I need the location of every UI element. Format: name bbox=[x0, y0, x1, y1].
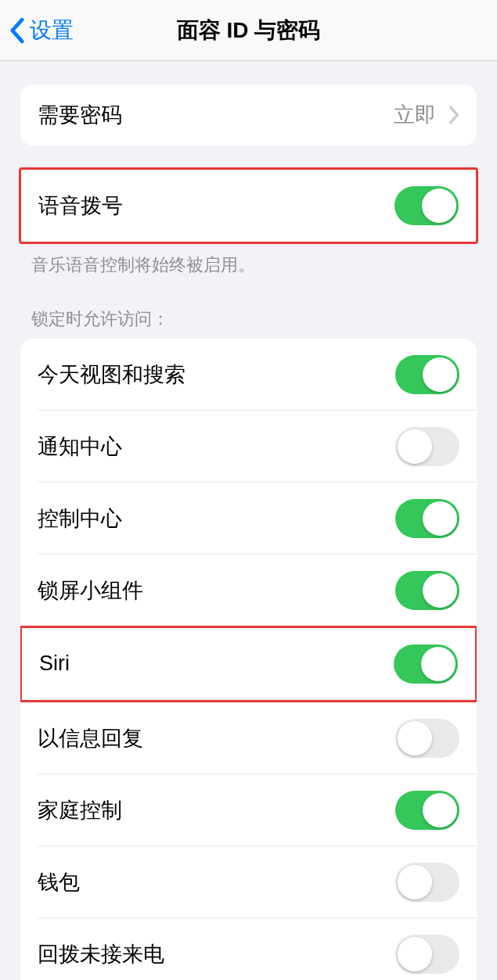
group-voice-dial: 语音拨号 bbox=[19, 167, 478, 244]
row-locked-access-item: 以信息回复 bbox=[20, 702, 477, 774]
toggle-knob bbox=[422, 188, 456, 223]
section-voice-dial: 语音拨号 音乐语音控制将始终被启用。 bbox=[0, 167, 497, 278]
content: 需要密码 立即 语音拨号 音乐语音控制将始终被启用。 锁定时允许访问： 今天 bbox=[0, 84, 497, 980]
require-passcode-label: 需要密码 bbox=[38, 101, 122, 129]
group-locked-access: 今天视图和搜索通知中心控制中心锁屏小组件Siri以信息回复家庭控制钱包回拨未接来… bbox=[20, 339, 477, 980]
voice-dial-footer: 音乐语音控制将始终被启用。 bbox=[0, 244, 497, 278]
locked-access-item-toggle[interactable] bbox=[395, 791, 459, 830]
section-locked-access: 锁定时允许访问： 今天视图和搜索通知中心控制中心锁屏小组件Siri以信息回复家庭… bbox=[0, 307, 497, 980]
locked-access-item-label: 钱包 bbox=[38, 868, 80, 896]
row-locked-access-item: Siri bbox=[20, 626, 477, 702]
voice-dial-label: 语音拨号 bbox=[38, 192, 123, 220]
toggle-knob bbox=[423, 357, 457, 392]
row-locked-access-item: 回拨未接来电 bbox=[20, 918, 477, 980]
locked-access-item-toggle[interactable] bbox=[394, 644, 458, 684]
locked-access-item-label: 回拨未接来电 bbox=[38, 940, 164, 968]
locked-access-item-label: 控制中心 bbox=[38, 504, 122, 533]
row-locked-access-item: 锁屏小组件 bbox=[20, 555, 477, 626]
locked-access-item-label: 以信息回复 bbox=[38, 724, 143, 752]
locked-access-item-toggle[interactable] bbox=[395, 935, 459, 974]
section-require-passcode: 需要密码 立即 bbox=[0, 84, 497, 145]
voice-dial-toggle[interactable] bbox=[394, 186, 459, 225]
back-label: 设置 bbox=[30, 16, 74, 45]
toggle-knob bbox=[423, 793, 457, 827]
require-passcode-value: 立即 bbox=[394, 101, 436, 129]
row-locked-access-item: 钱包 bbox=[20, 846, 477, 918]
page-title: 面容 ID 与密码 bbox=[177, 16, 321, 45]
row-voice-dial: 语音拨号 bbox=[21, 170, 476, 242]
back-button[interactable]: 设置 bbox=[0, 16, 74, 45]
row-separator bbox=[39, 699, 475, 700]
toggle-knob bbox=[398, 429, 432, 464]
chevron-right-icon bbox=[448, 106, 459, 124]
row-locked-access-item: 今天视图和搜索 bbox=[20, 339, 477, 411]
row-locked-access-item: 家庭控制 bbox=[20, 774, 477, 846]
locked-access-item-toggle[interactable] bbox=[395, 719, 459, 758]
locked-access-item-toggle[interactable] bbox=[395, 355, 459, 394]
row-locked-access-item: 通知中心 bbox=[20, 411, 477, 483]
navigation-header: 设置 面容 ID 与密码 bbox=[0, 0, 497, 61]
group-require-passcode: 需要密码 立即 bbox=[20, 84, 477, 145]
toggle-knob bbox=[423, 573, 457, 608]
locked-access-item-label: Siri bbox=[39, 652, 70, 676]
locked-access-item-label: 家庭控制 bbox=[38, 796, 122, 824]
locked-access-item-label: 锁屏小组件 bbox=[38, 576, 143, 605]
locked-access-item-toggle[interactable] bbox=[395, 427, 459, 466]
toggle-knob bbox=[421, 647, 456, 681]
locked-access-item-toggle[interactable] bbox=[395, 499, 459, 538]
toggle-knob bbox=[423, 501, 457, 536]
row-require-passcode[interactable]: 需要密码 立即 bbox=[20, 84, 477, 145]
toggle-knob bbox=[398, 937, 432, 971]
require-passcode-value-wrap: 立即 bbox=[394, 101, 459, 129]
toggle-knob bbox=[398, 721, 432, 756]
locked-access-item-label: 今天视图和搜索 bbox=[38, 361, 185, 389]
locked-access-item-label: 通知中心 bbox=[38, 433, 122, 461]
row-locked-access-item: 控制中心 bbox=[20, 483, 477, 555]
locked-access-header: 锁定时允许访问： bbox=[0, 307, 497, 339]
toggle-knob bbox=[398, 865, 432, 899]
locked-access-item-toggle[interactable] bbox=[395, 571, 459, 610]
chevron-left-icon bbox=[9, 17, 25, 44]
locked-access-item-toggle[interactable] bbox=[395, 863, 459, 902]
